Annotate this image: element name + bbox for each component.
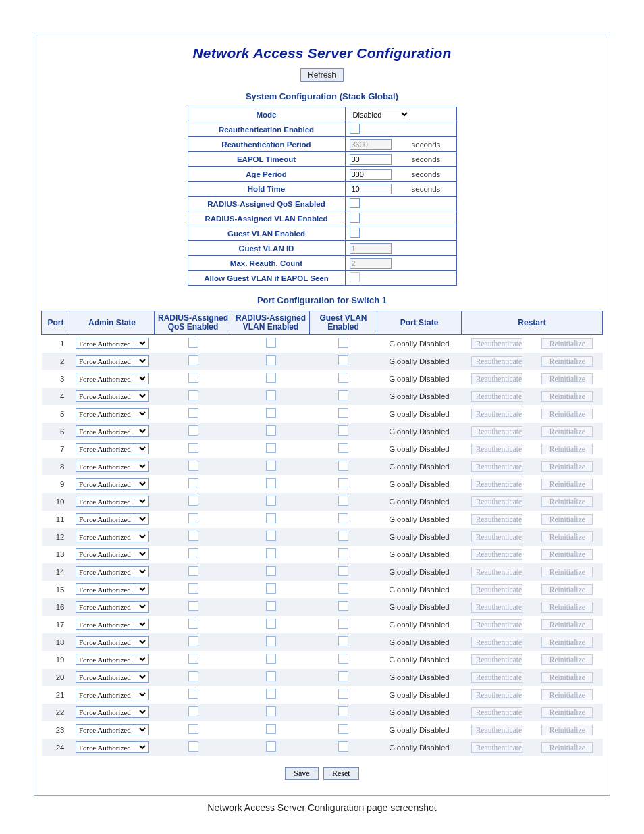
reauthenticate-button[interactable]: Reauthenticate (471, 514, 522, 525)
reinitialize-button[interactable]: Reinitialize (541, 567, 593, 577)
admin-state-select[interactable]: Force Authorized (76, 601, 149, 613)
guest-vlan-checkbox[interactable] (338, 706, 348, 716)
reinitialize-button[interactable]: Reinitialize (541, 426, 593, 437)
reinitialize-button[interactable]: Reinitialize (541, 672, 593, 683)
reinitialize-button[interactable]: Reinitialize (541, 602, 593, 613)
allow-guest-checkbox[interactable] (350, 272, 360, 282)
qos-checkbox[interactable] (188, 741, 198, 752)
guest-vlan-checkbox[interactable] (338, 636, 348, 646)
vlan-checkbox[interactable] (266, 671, 276, 681)
save-button[interactable]: Save (285, 767, 318, 780)
reinitialize-button[interactable]: Reinitialize (541, 549, 593, 560)
admin-state-select[interactable]: Force Authorized (76, 654, 149, 665)
reauthenticate-button[interactable]: Reauthenticate (471, 584, 522, 595)
qos-checkbox[interactable] (188, 548, 198, 558)
reauthenticate-button[interactable]: Reauthenticate (471, 602, 522, 613)
qos-checkbox[interactable] (188, 566, 198, 576)
qos-checkbox[interactable] (188, 390, 198, 400)
qos-checkbox[interactable] (188, 724, 198, 734)
vlan-checkbox[interactable] (266, 636, 276, 646)
vlan-checkbox[interactable] (266, 689, 276, 699)
guest-vlan-checkbox[interactable] (338, 425, 348, 436)
vlan-checkbox[interactable] (266, 566, 276, 576)
qos-checkbox[interactable] (188, 496, 198, 506)
reauthenticate-button[interactable]: Reauthenticate (471, 567, 522, 577)
admin-state-select[interactable]: Force Authorized (76, 513, 149, 525)
vlan-checkbox[interactable] (266, 443, 276, 453)
admin-state-select[interactable]: Force Authorized (76, 443, 149, 454)
guest-vlan-checkbox[interactable] (338, 408, 348, 418)
reauthenticate-button[interactable]: Reauthenticate (471, 496, 522, 507)
reinitialize-button[interactable]: Reinitialize (541, 689, 593, 700)
reinitialize-button[interactable]: Reinitialize (541, 707, 593, 718)
qos-checkbox[interactable] (188, 706, 198, 716)
guest-vlan-id-input[interactable] (350, 243, 392, 254)
reinitialize-button[interactable]: Reinitialize (541, 725, 593, 735)
vlan-checkbox[interactable] (266, 478, 276, 488)
admin-state-select[interactable]: Force Authorized (76, 425, 149, 437)
reauthenticate-button[interactable]: Reauthenticate (471, 672, 522, 683)
vlan-checkbox[interactable] (266, 548, 276, 558)
admin-state-select[interactable]: Force Authorized (76, 741, 149, 753)
qos-checkbox[interactable] (188, 513, 198, 523)
qos-checkbox[interactable] (188, 478, 198, 488)
reauthenticate-button[interactable]: Reauthenticate (471, 338, 522, 349)
radius-qos-checkbox[interactable] (350, 198, 360, 208)
qos-checkbox[interactable] (188, 689, 198, 699)
admin-state-select[interactable]: Force Authorized (76, 706, 149, 718)
vlan-checkbox[interactable] (266, 390, 276, 400)
reauthenticate-button[interactable]: Reauthenticate (471, 391, 522, 402)
reinitialize-button[interactable]: Reinitialize (541, 637, 593, 648)
admin-state-select[interactable]: Force Authorized (76, 548, 149, 560)
guest-vlan-checkbox[interactable] (338, 443, 348, 453)
hold-time-input[interactable] (350, 184, 392, 194)
admin-state-select[interactable]: Force Authorized (76, 408, 149, 419)
guest-vlan-checkbox[interactable] (338, 548, 348, 558)
max-reauth-input[interactable] (350, 258, 392, 269)
qos-checkbox[interactable] (188, 601, 198, 611)
reinitialize-button[interactable]: Reinitialize (541, 514, 593, 525)
reauthenticate-button[interactable]: Reauthenticate (471, 426, 522, 437)
guest-vlan-checkbox[interactable] (338, 671, 348, 681)
reinitialize-button[interactable]: Reinitialize (541, 479, 593, 490)
reauthenticate-button[interactable]: Reauthenticate (471, 725, 522, 735)
reauthenticate-button[interactable]: Reauthenticate (471, 373, 522, 384)
eapol-timeout-input[interactable] (350, 154, 392, 165)
reinitialize-button[interactable]: Reinitialize (541, 742, 593, 753)
qos-checkbox[interactable] (188, 654, 198, 664)
reinitialize-button[interactable]: Reinitialize (541, 619, 593, 630)
reauthenticate-button[interactable]: Reauthenticate (471, 479, 522, 490)
guest-vlan-checkbox[interactable] (338, 531, 348, 541)
qos-checkbox[interactable] (188, 355, 198, 365)
reinitialize-button[interactable]: Reinitialize (541, 373, 593, 384)
reinitialize-button[interactable]: Reinitialize (541, 496, 593, 507)
admin-state-select[interactable]: Force Authorized (76, 689, 149, 700)
admin-state-select[interactable]: Force Authorized (76, 583, 149, 595)
vlan-checkbox[interactable] (266, 531, 276, 541)
reauthenticate-button[interactable]: Reauthenticate (471, 637, 522, 648)
vlan-checkbox[interactable] (266, 583, 276, 594)
vlan-checkbox[interactable] (266, 496, 276, 506)
admin-state-select[interactable]: Force Authorized (76, 724, 149, 735)
guest-vlan-checkbox[interactable] (338, 741, 348, 752)
vlan-checkbox[interactable] (266, 461, 276, 471)
radius-vlan-checkbox[interactable] (350, 213, 360, 223)
guest-vlan-checkbox[interactable] (338, 566, 348, 576)
qos-checkbox[interactable] (188, 619, 198, 629)
guest-vlan-checkbox[interactable] (338, 338, 348, 348)
reinitialize-button[interactable]: Reinitialize (541, 338, 593, 349)
admin-state-select[interactable]: Force Authorized (76, 531, 149, 542)
admin-state-select[interactable]: Force Authorized (76, 566, 149, 577)
reinitialize-button[interactable]: Reinitialize (541, 531, 593, 542)
vlan-checkbox[interactable] (266, 654, 276, 664)
guest-vlan-enabled-checkbox[interactable] (350, 228, 360, 238)
vlan-checkbox[interactable] (266, 601, 276, 611)
reauthenticate-button[interactable]: Reauthenticate (471, 619, 522, 630)
vlan-checkbox[interactable] (266, 619, 276, 629)
qos-checkbox[interactable] (188, 461, 198, 471)
admin-state-select[interactable]: Force Authorized (76, 636, 149, 648)
reauthenticate-button[interactable]: Reauthenticate (471, 689, 522, 700)
vlan-checkbox[interactable] (266, 513, 276, 523)
vlan-checkbox[interactable] (266, 408, 276, 418)
reinitialize-button[interactable]: Reinitialize (541, 461, 593, 472)
